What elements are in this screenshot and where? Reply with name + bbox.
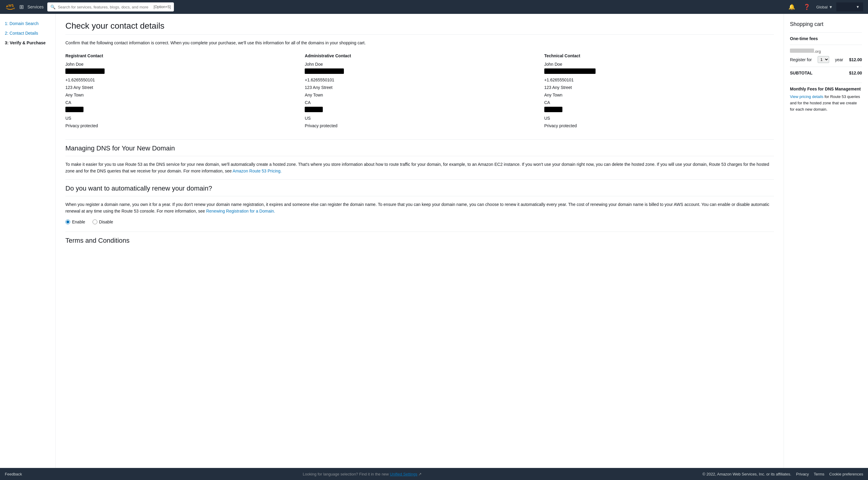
dns-body: To make it easier for you to use Route 5…	[65, 161, 774, 175]
aws-logo[interactable]	[5, 1, 16, 12]
disable-radio-label: Disable	[99, 219, 113, 224]
renewal-body-text: When you register a domain name, you own…	[65, 202, 770, 213]
terms-heading: Terms and Conditions	[65, 237, 774, 244]
search-icon: 🔍	[50, 4, 56, 9]
cart-domain-tld: .org	[814, 49, 821, 54]
search-input[interactable]	[58, 5, 151, 9]
admin-zip-redacted	[305, 107, 323, 112]
admin-privacy: Privacy protected	[305, 123, 337, 128]
cart-top-divider	[790, 32, 862, 33]
main-content: Check your contact details Confirm that …	[56, 14, 784, 468]
registrant-name: John Doe	[65, 62, 84, 67]
year-label: year	[835, 57, 843, 62]
enable-radio-option[interactable]: Enable	[65, 219, 85, 224]
admin-phone: +1.6265550101	[305, 78, 334, 82]
page-wrapper: 1: Domain Search 2: Contact Details 3: V…	[0, 14, 868, 468]
grid-icon[interactable]: ⊞	[19, 4, 24, 10]
contact-columns: Registrant Contact John Doe +1.626555010…	[65, 53, 774, 130]
renewal-heading: Do you want to automatically renew your …	[65, 184, 774, 192]
title-divider	[65, 34, 774, 35]
view-pricing-link[interactable]: View pricing details	[790, 94, 824, 99]
technical-heading: Technical Contact	[544, 53, 774, 58]
global-label: Global	[816, 5, 828, 9]
cart-subtotal-divider	[790, 67, 862, 67]
verify-purchase-label: 3: Verify & Purchase	[5, 40, 45, 45]
renewal-radio-group: Enable Disable	[65, 219, 774, 224]
tech-city: Any Town	[544, 93, 562, 97]
bell-icon[interactable]: 🔔	[786, 2, 798, 11]
admin-email-redacted	[305, 68, 344, 74]
contact-details-link[interactable]: 2: Contact Details	[5, 31, 38, 36]
dns-heading-divider	[65, 156, 774, 156]
tech-state: CA	[544, 100, 550, 105]
monthly-fees-text: View pricing details for Route 53 querie…	[790, 94, 862, 113]
shopping-cart: Shopping cart One-time fees .org Registe…	[784, 14, 868, 468]
registrant-contact-col: Registrant Contact John Doe +1.626555010…	[65, 53, 295, 130]
dns-body-text: To make it easier for you to use Route 5…	[65, 162, 769, 173]
global-chevron-icon: ▼	[829, 5, 833, 9]
description-text: Confirm that the following contact infor…	[65, 39, 774, 46]
renewal-heading-divider	[65, 196, 774, 196]
technical-contact-col: Technical Contact John Doe +1.6265550101…	[544, 53, 774, 130]
page-title: Check your contact details	[65, 21, 774, 31]
dns-heading: Managing DNS for Your New Domain	[65, 144, 774, 152]
cart-item-price: $12.00	[849, 57, 862, 62]
subtotal-label: SUBTOTAL	[790, 70, 812, 76]
tech-name: John Doe	[544, 62, 562, 67]
enable-radio[interactable]	[65, 219, 70, 224]
search-box[interactable]: 🔍 [Option+S]	[47, 2, 174, 11]
admin-state: CA	[305, 100, 310, 105]
monthly-fees-label: Monthly Fees for DNS Management	[790, 87, 862, 91]
sidebar: 1: Domain Search 2: Contact Details 3: V…	[0, 14, 56, 468]
tech-email-redacted	[544, 68, 595, 74]
cart-register-row: Register for 1 2 3 year $12.00	[790, 56, 862, 63]
one-time-fees-label: One-time fees	[790, 36, 862, 41]
admin-country: US	[305, 116, 310, 121]
dns-pricing-link[interactable]: Amazon Route 53 Pricing.	[233, 169, 282, 173]
cart-title: Shopping cart	[790, 21, 862, 27]
sidebar-item-domain-search[interactable]: 1: Domain Search	[5, 21, 51, 26]
terms-divider	[65, 232, 774, 232]
cart-fees-divider	[790, 44, 862, 45]
global-selector[interactable]: Global ▼	[816, 5, 832, 9]
disable-radio[interactable]	[93, 219, 97, 224]
registrant-heading: Registrant Contact	[65, 53, 295, 58]
administrative-contact-col: Administrative Contact John Doe +1.62655…	[305, 53, 534, 130]
registrant-privacy: Privacy protected	[65, 123, 98, 128]
registrant-country: US	[65, 116, 71, 121]
registrant-address: 123 Any Street	[65, 85, 93, 90]
renewal-body: When you register a domain name, you own…	[65, 201, 774, 215]
year-select[interactable]: 1 2 3	[818, 56, 829, 63]
admin-name: John Doe	[305, 62, 323, 67]
top-navigation: ⊞ Services 🔍 [Option+S] 🔔 ❓ Global ▼ ▼	[0, 0, 868, 14]
sidebar-item-contact-details[interactable]: 2: Contact Details	[5, 31, 51, 36]
tech-phone: +1.6265550101	[544, 78, 574, 82]
register-for-label: Register for	[790, 57, 812, 62]
registrant-email-redacted	[65, 68, 104, 74]
cart-monthly-divider	[790, 83, 862, 83]
account-menu[interactable]: ▼	[836, 2, 863, 11]
search-shortcut: [Option+S]	[154, 5, 171, 9]
cart-domain-row: .org	[790, 49, 862, 54]
help-icon[interactable]: ❓	[801, 2, 812, 11]
enable-radio-label: Enable	[72, 219, 85, 224]
sidebar-item-verify-purchase: 3: Verify & Purchase	[5, 40, 51, 45]
services-nav-label[interactable]: Services	[27, 4, 44, 9]
tech-privacy: Privacy protected	[544, 123, 577, 128]
tech-zip-redacted	[544, 107, 562, 112]
dns-divider	[65, 139, 774, 140]
registrant-city: Any Town	[65, 93, 84, 97]
registrant-phone: +1.6265550101	[65, 78, 95, 82]
disable-radio-option[interactable]: Disable	[93, 219, 113, 224]
subtotal-value: $12.00	[849, 70, 862, 76]
registrant-zip-redacted	[65, 107, 84, 112]
admin-city: Any Town	[305, 93, 323, 97]
tech-address: 123 Any Street	[544, 85, 572, 90]
admin-address: 123 Any Street	[305, 85, 333, 90]
renewal-link[interactable]: Renewing Registration for a Domain.	[206, 209, 275, 213]
registrant-state: CA	[65, 100, 71, 105]
cart-subtotal-row: SUBTOTAL $12.00	[790, 70, 862, 76]
administrative-heading: Administrative Contact	[305, 53, 534, 58]
tech-country: US	[544, 116, 550, 121]
domain-search-link[interactable]: 1: Domain Search	[5, 21, 38, 26]
